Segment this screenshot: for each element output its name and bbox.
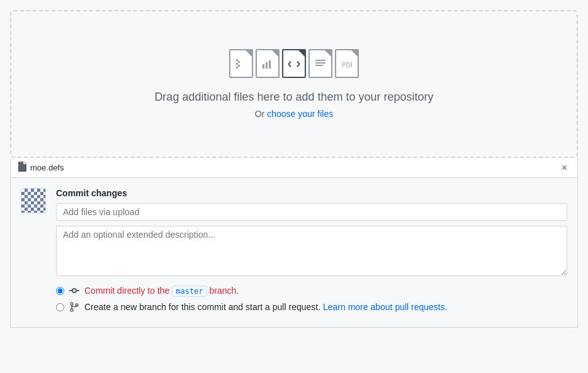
commit-option-direct: Commit directly to the master branch. [56,286,567,297]
commit-description-input[interactable] [56,226,567,276]
drop-zone[interactable]: PDF Drag additional files here to add th… [10,10,578,158]
svg-rect-8 [315,60,325,61]
file-item-name: moe.defs [30,163,64,172]
svg-rect-5 [263,64,264,69]
page-container: PDF Drag additional files here to add th… [0,0,588,338]
svg-rect-7 [269,60,271,69]
svg-rect-4 [236,67,238,69]
svg-point-15 [71,303,73,305]
git-commit-icon [69,286,79,296]
commit-form: Commit changes Commit directly to the ma… [56,188,567,317]
remove-file-button[interactable]: × [559,163,570,173]
svg-rect-6 [266,62,268,69]
svg-text:PDF: PDF [342,62,352,69]
commit-options: Commit directly to the master branch. Cr… [56,286,567,312]
drop-zone-subtitle: Or choose your files [24,109,564,119]
commit-direct-radio[interactable] [56,287,64,295]
choose-files-link[interactable]: choose your files [267,109,333,119]
learn-more-link[interactable]: Learn more about pull requests. [323,302,448,312]
commit-section-title: Commit changes [56,188,567,198]
svg-rect-9 [315,62,325,64]
zip-file-icon [229,49,253,78]
file-item-bar: moe.defs × [10,158,578,178]
chart-file-icon [256,49,280,78]
code-file-icon [282,49,306,78]
commit-direct-label: Commit directly to the master branch. [84,286,239,297]
commit-message-input[interactable] [56,203,567,221]
commit-option-branch: Create a new branch for this commit and … [56,302,567,312]
avatar-image [21,189,45,213]
text-file-icon [308,49,332,78]
svg-rect-0 [236,59,238,61]
commit-branch-radio[interactable] [56,303,64,311]
file-item-left: moe.defs [18,162,64,174]
branch-badge: master [172,286,206,297]
svg-point-12 [72,289,76,292]
svg-rect-1 [238,61,240,63]
avatar [21,188,46,213]
commit-branch-label: Create a new branch for this commit and … [84,302,448,312]
svg-rect-3 [238,65,240,67]
svg-rect-2 [236,63,238,65]
git-branch-icon [69,302,79,312]
svg-point-16 [71,309,73,311]
commit-section: Commit changes Commit directly to the ma… [10,178,578,328]
pdf-file-icon: PDF [335,49,359,78]
svg-rect-10 [315,65,323,66]
file-icon [18,162,26,174]
drop-zone-title: Drag additional files here to add them t… [24,91,564,104]
drop-zone-icons: PDF [24,49,564,78]
